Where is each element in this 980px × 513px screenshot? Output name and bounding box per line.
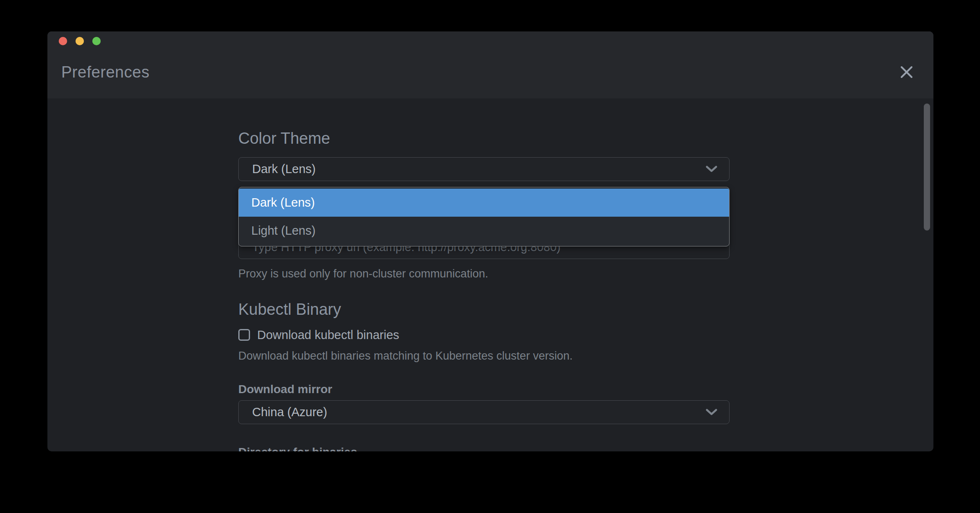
download-kubectl-checkbox[interactable]: [238, 329, 250, 341]
download-mirror-label: Download mirror: [238, 383, 730, 396]
dropdown-option-light-lens[interactable]: Light (Lens): [239, 217, 729, 245]
preferences-window: Preferences Color Theme Dark (Lens) Dark…: [47, 31, 933, 451]
color-theme-select-value: Dark (Lens): [252, 162, 706, 176]
proxy-helper-text: Proxy is used only for non-cluster commu…: [238, 267, 730, 280]
kubectl-binary-heading: Kubectl Binary: [238, 299, 730, 320]
dropdown-option-dark-lens[interactable]: Dark (Lens): [239, 189, 729, 217]
macos-close-button[interactable]: [59, 37, 67, 45]
chevron-down-icon: [706, 166, 717, 173]
traffic-lights: [59, 37, 101, 45]
page-title: Preferences: [61, 62, 149, 82]
titlebar: Preferences: [47, 31, 933, 98]
color-theme-select[interactable]: Dark (Lens): [238, 157, 730, 181]
chevron-down-icon: [706, 409, 717, 416]
scrollbar-thumb[interactable]: [924, 104, 930, 231]
macos-minimize-button[interactable]: [76, 37, 84, 45]
download-kubectl-checkbox-row[interactable]: Download kubectl binaries: [238, 328, 730, 342]
macos-maximize-button[interactable]: [92, 37, 101, 45]
kubectl-helper-text: Download kubectl binaries matching to Ku…: [238, 349, 730, 363]
color-theme-dropdown: Dark (Lens) Light (Lens): [238, 187, 730, 246]
download-kubectl-checkbox-label: Download kubectl binaries: [257, 328, 399, 342]
close-icon: [898, 64, 915, 80]
directory-for-binaries-label: Directory for binaries: [238, 446, 730, 451]
download-mirror-select[interactable]: China (Azure): [238, 400, 730, 424]
download-mirror-select-value: China (Azure): [252, 405, 706, 419]
color-theme-heading: Color Theme: [238, 128, 730, 149]
close-button[interactable]: [898, 64, 915, 80]
